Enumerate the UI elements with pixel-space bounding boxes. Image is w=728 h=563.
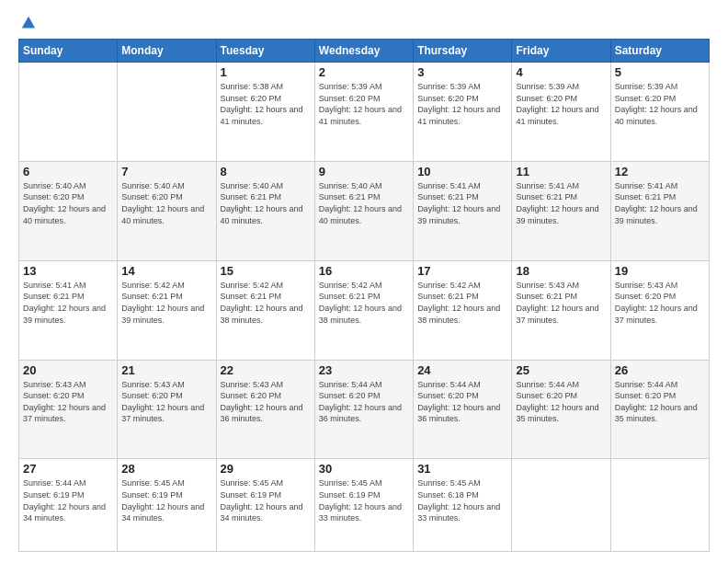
day-info: Sunrise: 5:45 AMSunset: 6:19 PMDaylight:… xyxy=(121,477,211,523)
header-row: SundayMondayTuesdayWednesdayThursdayFrid… xyxy=(19,40,710,63)
day-info: Sunrise: 5:41 AMSunset: 6:21 PMDaylight:… xyxy=(417,180,507,226)
day-number: 19 xyxy=(615,264,705,278)
day-cell: 29Sunrise: 5:45 AMSunset: 6:19 PMDayligh… xyxy=(216,459,314,552)
day-info: Sunrise: 5:45 AMSunset: 6:19 PMDaylight:… xyxy=(221,477,311,523)
day-number: 24 xyxy=(417,363,507,377)
day-cell: 25Sunrise: 5:44 AMSunset: 6:20 PMDayligh… xyxy=(512,360,610,459)
day-cell: 17Sunrise: 5:42 AMSunset: 6:21 PMDayligh… xyxy=(414,260,512,360)
day-info: Sunrise: 5:41 AMSunset: 6:21 PMDaylight:… xyxy=(23,280,113,326)
day-info: Sunrise: 5:40 AMSunset: 6:20 PMDaylight:… xyxy=(23,180,113,226)
day-info: Sunrise: 5:44 AMSunset: 6:20 PMDaylight:… xyxy=(516,379,606,425)
day-info: Sunrise: 5:44 AMSunset: 6:20 PMDaylight:… xyxy=(319,379,409,425)
calendar-header: SundayMondayTuesdayWednesdayThursdayFrid… xyxy=(19,40,710,63)
day-cell: 10Sunrise: 5:41 AMSunset: 6:21 PMDayligh… xyxy=(414,161,512,260)
day-info: Sunrise: 5:40 AMSunset: 6:21 PMDaylight:… xyxy=(319,180,409,226)
day-cell: 1Sunrise: 5:38 AMSunset: 6:20 PMDaylight… xyxy=(216,63,314,162)
day-cell xyxy=(19,63,118,162)
day-cell: 8Sunrise: 5:40 AMSunset: 6:21 PMDaylight… xyxy=(216,161,314,260)
day-cell: 7Sunrise: 5:40 AMSunset: 6:20 PMDaylight… xyxy=(118,161,216,260)
logo-icon xyxy=(20,15,37,31)
day-number: 7 xyxy=(121,165,211,178)
header xyxy=(18,15,710,31)
header-cell-saturday: Saturday xyxy=(610,40,709,63)
day-cell: 21Sunrise: 5:43 AMSunset: 6:20 PMDayligh… xyxy=(118,360,216,459)
week-row-2: 6Sunrise: 5:40 AMSunset: 6:20 PMDaylight… xyxy=(19,161,710,260)
day-cell: 18Sunrise: 5:43 AMSunset: 6:21 PMDayligh… xyxy=(512,260,610,360)
day-info: Sunrise: 5:41 AMSunset: 6:21 PMDaylight:… xyxy=(516,180,606,226)
day-info: Sunrise: 5:40 AMSunset: 6:21 PMDaylight:… xyxy=(221,180,311,226)
day-cell: 30Sunrise: 5:45 AMSunset: 6:19 PMDayligh… xyxy=(314,459,413,552)
week-row-1: 1Sunrise: 5:38 AMSunset: 6:20 PMDaylight… xyxy=(19,63,710,162)
week-row-4: 20Sunrise: 5:43 AMSunset: 6:20 PMDayligh… xyxy=(19,360,710,459)
day-number: 18 xyxy=(516,264,606,278)
day-info: Sunrise: 5:42 AMSunset: 6:21 PMDaylight:… xyxy=(319,280,409,326)
header-cell-wednesday: Wednesday xyxy=(314,40,413,63)
week-row-3: 13Sunrise: 5:41 AMSunset: 6:21 PMDayligh… xyxy=(19,260,710,360)
day-number: 14 xyxy=(121,264,211,278)
day-cell: 28Sunrise: 5:45 AMSunset: 6:19 PMDayligh… xyxy=(118,459,216,552)
day-info: Sunrise: 5:43 AMSunset: 6:20 PMDaylight:… xyxy=(23,379,113,425)
page: SundayMondayTuesdayWednesdayThursdayFrid… xyxy=(0,0,728,563)
day-info: Sunrise: 5:42 AMSunset: 6:21 PMDaylight:… xyxy=(121,280,211,326)
day-cell: 22Sunrise: 5:43 AMSunset: 6:20 PMDayligh… xyxy=(216,360,314,459)
day-info: Sunrise: 5:39 AMSunset: 6:20 PMDaylight:… xyxy=(417,81,507,127)
day-cell: 16Sunrise: 5:42 AMSunset: 6:21 PMDayligh… xyxy=(314,260,413,360)
calendar-body: 1Sunrise: 5:38 AMSunset: 6:20 PMDaylight… xyxy=(19,63,710,552)
header-cell-thursday: Thursday xyxy=(414,40,512,63)
svg-marker-0 xyxy=(22,17,35,29)
day-cell xyxy=(610,459,709,552)
day-cell: 31Sunrise: 5:45 AMSunset: 6:18 PMDayligh… xyxy=(414,459,512,552)
day-cell: 24Sunrise: 5:44 AMSunset: 6:20 PMDayligh… xyxy=(414,360,512,459)
day-info: Sunrise: 5:42 AMSunset: 6:21 PMDaylight:… xyxy=(221,280,311,326)
day-number: 13 xyxy=(23,264,113,278)
day-number: 23 xyxy=(319,363,409,377)
day-number: 25 xyxy=(516,363,606,377)
day-cell: 11Sunrise: 5:41 AMSunset: 6:21 PMDayligh… xyxy=(512,161,610,260)
day-cell: 4Sunrise: 5:39 AMSunset: 6:20 PMDaylight… xyxy=(512,63,610,162)
day-cell: 6Sunrise: 5:40 AMSunset: 6:20 PMDaylight… xyxy=(19,161,118,260)
day-cell: 2Sunrise: 5:39 AMSunset: 6:20 PMDaylight… xyxy=(314,63,413,162)
header-cell-sunday: Sunday xyxy=(19,40,118,63)
day-info: Sunrise: 5:43 AMSunset: 6:21 PMDaylight:… xyxy=(516,280,606,326)
day-cell: 26Sunrise: 5:44 AMSunset: 6:20 PMDayligh… xyxy=(610,360,709,459)
week-row-5: 27Sunrise: 5:44 AMSunset: 6:19 PMDayligh… xyxy=(19,459,710,552)
day-number: 9 xyxy=(319,165,409,178)
day-number: 6 xyxy=(23,165,113,178)
day-cell: 14Sunrise: 5:42 AMSunset: 6:21 PMDayligh… xyxy=(118,260,216,360)
day-info: Sunrise: 5:41 AMSunset: 6:21 PMDaylight:… xyxy=(615,180,705,226)
day-cell: 27Sunrise: 5:44 AMSunset: 6:19 PMDayligh… xyxy=(19,459,118,552)
day-number: 15 xyxy=(221,264,311,278)
day-info: Sunrise: 5:39 AMSunset: 6:20 PMDaylight:… xyxy=(516,81,606,127)
day-number: 21 xyxy=(121,363,211,377)
day-number: 28 xyxy=(121,462,211,476)
day-number: 12 xyxy=(615,165,705,178)
day-info: Sunrise: 5:44 AMSunset: 6:20 PMDaylight:… xyxy=(417,379,507,425)
day-cell: 19Sunrise: 5:43 AMSunset: 6:20 PMDayligh… xyxy=(610,260,709,360)
day-info: Sunrise: 5:38 AMSunset: 6:20 PMDaylight:… xyxy=(221,81,311,127)
day-number: 4 xyxy=(516,65,606,79)
day-number: 17 xyxy=(417,264,507,278)
day-number: 30 xyxy=(319,462,409,476)
day-info: Sunrise: 5:44 AMSunset: 6:20 PMDaylight:… xyxy=(615,379,705,425)
logo-text xyxy=(18,15,37,31)
day-info: Sunrise: 5:39 AMSunset: 6:20 PMDaylight:… xyxy=(319,81,409,127)
day-number: 2 xyxy=(319,65,409,79)
day-cell: 3Sunrise: 5:39 AMSunset: 6:20 PMDaylight… xyxy=(414,63,512,162)
day-cell: 5Sunrise: 5:39 AMSunset: 6:20 PMDaylight… xyxy=(610,63,709,162)
day-info: Sunrise: 5:43 AMSunset: 6:20 PMDaylight:… xyxy=(615,280,705,326)
day-info: Sunrise: 5:45 AMSunset: 6:18 PMDaylight:… xyxy=(417,477,507,523)
day-number: 10 xyxy=(417,165,507,178)
day-info: Sunrise: 5:42 AMSunset: 6:21 PMDaylight:… xyxy=(417,280,507,326)
day-cell xyxy=(118,63,216,162)
day-info: Sunrise: 5:40 AMSunset: 6:20 PMDaylight:… xyxy=(121,180,211,226)
day-number: 5 xyxy=(615,65,705,79)
day-info: Sunrise: 5:45 AMSunset: 6:19 PMDaylight:… xyxy=(319,477,409,523)
day-info: Sunrise: 5:39 AMSunset: 6:20 PMDaylight:… xyxy=(615,81,705,127)
day-cell: 15Sunrise: 5:42 AMSunset: 6:21 PMDayligh… xyxy=(216,260,314,360)
day-number: 22 xyxy=(221,363,311,377)
header-cell-friday: Friday xyxy=(512,40,610,63)
day-cell: 13Sunrise: 5:41 AMSunset: 6:21 PMDayligh… xyxy=(19,260,118,360)
day-info: Sunrise: 5:43 AMSunset: 6:20 PMDaylight:… xyxy=(121,379,211,425)
day-cell: 23Sunrise: 5:44 AMSunset: 6:20 PMDayligh… xyxy=(314,360,413,459)
day-number: 1 xyxy=(221,65,311,79)
